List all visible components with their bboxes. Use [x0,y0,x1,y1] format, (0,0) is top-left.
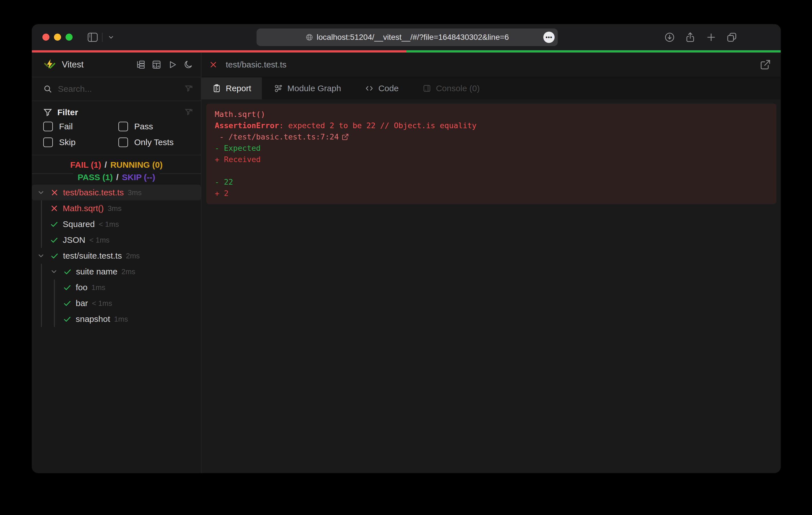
test-progress-bar [32,50,781,53]
report-line: + Received [215,154,768,165]
summary-separator: / [116,173,118,182]
checkbox-icon[interactable] [43,138,53,147]
summary-value: PASS (1) [78,173,113,182]
dashboard-icon[interactable] [151,59,162,70]
pass-check-icon [63,315,71,323]
test-name: suite name [76,267,118,276]
test-tree-item[interactable]: Squared< 1ms [32,216,201,232]
report-text: - 22 [215,177,233,188]
report-line: - /test/basic.test.ts:7:24 [215,131,768,143]
report-text: AssertionError [215,120,279,131]
test-name: test/basic.test.ts [63,188,124,198]
tab-code[interactable]: Code [353,78,410,99]
filter-option-fail[interactable]: Fail [43,119,118,134]
chevron-down-icon[interactable] [37,189,45,196]
traffic-lights [42,34,72,41]
filter-options: FailPassSkipOnly Tests [43,119,194,150]
tab-console-0[interactable]: Console (0) [410,78,492,99]
globe-icon [306,33,313,41]
filter-option-skip[interactable]: Skip [43,134,118,150]
sidebar-header-actions [135,59,194,70]
url-text: localhost:51204/__vitest__/#/?file=16484… [317,33,509,42]
test-summary: FAIL (1)/RUNNING (0) PASS (1)/SKIP (--) [32,155,201,185]
clear-filter-icon[interactable] [184,108,194,117]
test-name: Squared [63,219,95,229]
test-tree-item[interactable]: suite name2ms [32,264,201,279]
tab-label: Console (0) [436,84,480,93]
downloads-icon[interactable] [664,32,675,42]
test-tree-item[interactable]: bar< 1ms [32,295,201,311]
test-name: Math.sqrt() [63,204,104,213]
summary-value: FAIL (1) [70,160,101,170]
chevron-down-icon[interactable] [50,268,58,276]
progress-pass-segment [406,50,781,53]
tree-indent-guide [41,264,42,327]
report-icon [212,84,221,93]
fail-x-icon [50,204,58,213]
chevron-down-icon[interactable] [37,252,45,260]
search-input[interactable] [57,84,179,94]
test-tree: test/basic.test.ts3msMath.sqrt()3msSquar… [32,185,201,473]
test-tree-item[interactable]: snapshot1ms [32,311,201,327]
report-line [215,165,768,177]
share-icon[interactable] [685,32,695,43]
checkbox-label: Pass [134,122,153,131]
vitest-logo-icon [43,58,56,71]
test-name: test/suite.test.ts [63,251,122,261]
minimize-window-button[interactable] [54,34,61,41]
summary-separator: / [105,160,107,170]
filter-option-pass[interactable]: Pass [118,119,194,134]
progress-fail-segment [32,50,406,53]
url-bar[interactable]: localhost:51204/__vitest__/#/?file=16484… [257,29,558,46]
filter-option-only-tests[interactable]: Only Tests [118,134,194,150]
search-bar [32,78,201,101]
test-name: JSON [63,235,85,245]
test-tree-item[interactable]: JSON< 1ms [32,232,201,248]
page-settings-button[interactable]: ••• [543,32,555,43]
test-tree-item[interactable]: test/suite.test.ts2ms [32,248,201,264]
sidebar-toggle-icon[interactable] [87,32,98,42]
tree-view-icon[interactable] [135,59,146,70]
checkbox-icon[interactable] [43,122,53,131]
test-name: snapshot [76,314,110,324]
test-tree-item[interactable]: Math.sqrt()3ms [32,201,201,216]
test-name: foo [76,283,88,292]
close-window-button[interactable] [42,34,50,41]
tab-report[interactable]: Report [201,78,262,99]
checkbox-icon[interactable] [118,138,128,147]
test-duration: < 1ms [89,236,110,244]
report-text: : expected 2 to be 22 // Object.is equal… [279,120,476,131]
module-graph-icon [274,84,283,93]
sidebar: Vitest [32,53,201,473]
test-duration: 1ms [114,315,128,324]
dark-mode-icon[interactable] [183,59,194,70]
app-title: Vitest [62,60,130,70]
test-duration: 2ms [121,267,135,276]
summary-line-fail-running: FAIL (1)/RUNNING (0) [66,159,167,171]
open-in-editor-icon[interactable] [760,59,771,70]
external-link-icon[interactable] [342,133,349,141]
report-view: Math.sqrt()AssertionError: expected 2 to… [201,99,781,473]
browser-window: localhost:51204/__vitest__/#/?file=16484… [32,24,781,473]
new-tab-icon[interactable] [706,32,716,42]
chevron-down-icon[interactable] [108,34,114,41]
tab-overview-icon[interactable] [726,32,737,42]
test-tree-item[interactable]: foo1ms [32,279,201,295]
tab-module-graph[interactable]: Module Graph [262,78,353,99]
console-icon [423,84,431,93]
clear-search-filter-icon[interactable] [184,84,194,93]
code-icon [365,84,374,93]
test-duration: 3ms [108,204,121,213]
error-report-panel: Math.sqrt()AssertionError: expected 2 to… [206,103,776,204]
open-file-name: test/basic.test.ts [226,60,751,69]
report-text: Math.sqrt() [215,109,265,120]
run-all-icon[interactable] [167,59,178,70]
summary-value: RUNNING (0) [110,160,163,170]
checkbox-icon[interactable] [118,122,128,131]
report-text: + Received [215,154,261,165]
report-line: Math.sqrt() [215,109,768,120]
tab-label: Code [378,84,399,93]
test-tree-item[interactable]: test/basic.test.ts3ms [32,185,201,201]
zoom-window-button[interactable] [65,34,72,41]
test-name: bar [76,298,88,308]
